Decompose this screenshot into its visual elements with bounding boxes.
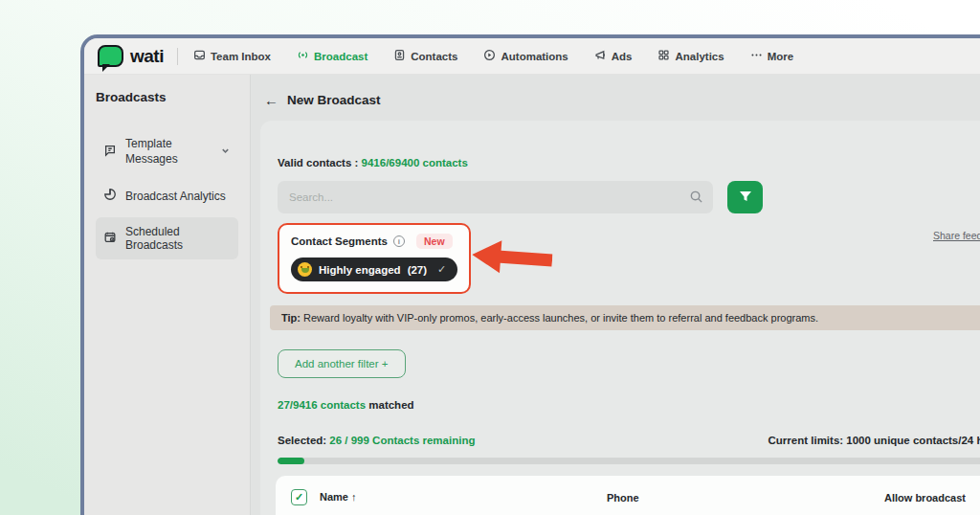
- nav-item-ads[interactable]: Ads: [594, 49, 633, 63]
- funnel-icon: [738, 189, 753, 207]
- check-icon: ✓: [437, 263, 446, 276]
- contact-segments-title: Contact Segments: [291, 235, 388, 247]
- broadcast-setup-card: Valid contacts : 9416/69400 contacts: [260, 121, 980, 515]
- wati-logo[interactable]: wati: [98, 45, 164, 67]
- column-header-phone: Phone: [607, 492, 639, 504]
- ads-icon: [594, 49, 607, 63]
- annotation-arrow-icon: [470, 235, 553, 284]
- search-input[interactable]: [278, 181, 713, 213]
- valid-contacts-line: Valid contacts : 9416/69400 contacts: [278, 121, 980, 168]
- screenshot-canvas: wati Team Inbox Broadcast Contacts: [0, 0, 980, 515]
- contacts-progress-bar: [278, 458, 980, 464]
- page-title: New Broadcast: [287, 93, 381, 107]
- sidebar-title: Broadcasts: [96, 90, 238, 104]
- scheduled-broadcasts-icon: [103, 231, 117, 247]
- sort-asc-icon: ↑: [351, 491, 357, 503]
- chevron-down-icon[interactable]: [220, 146, 231, 159]
- contacts-icon: [393, 49, 406, 63]
- broadcast-icon: [297, 49, 309, 63]
- team-inbox-icon: [193, 49, 206, 63]
- contact-segments-box: Contact Segments i New Highly engaged (2…: [278, 223, 471, 294]
- contacts-table-header: ✓ Name ↑ Phone Allow broadcast: [291, 488, 980, 505]
- contacts-progress-fill: [278, 458, 304, 464]
- select-all-checkbox[interactable]: ✓: [291, 489, 307, 505]
- sidebar: Broadcasts Template Messages Broadcast A…: [84, 75, 251, 515]
- selected-row: Selected: 26 / 999 Contacts remaining Cu…: [278, 435, 980, 446]
- nav-item-team-inbox[interactable]: Team Inbox: [193, 49, 271, 63]
- template-messages-icon: [103, 144, 117, 160]
- tip-bar: Tip: Reward loyalty with VIP-only promos…: [270, 305, 980, 330]
- main-panel: ← New Broadcast Valid contacts : 9416/69…: [251, 75, 980, 515]
- contacts-table: ✓ Name ↑ Phone Allow broadcast: [276, 476, 980, 515]
- search-row: [278, 181, 980, 213]
- more-icon: [750, 49, 763, 63]
- wati-logo-icon: [98, 45, 123, 67]
- valid-contacts-value: 9416/69400 contacts: [362, 157, 468, 168]
- app-window: wati Team Inbox Broadcast Contacts: [80, 34, 980, 515]
- selected-contacts-line: Selected: 26 / 999 Contacts remaining: [278, 435, 475, 446]
- tip-label: Tip:: [281, 312, 301, 324]
- nav-item-contacts[interactable]: Contacts: [393, 49, 457, 63]
- sidebar-item-broadcast-analytics[interactable]: Broadcast Analytics: [96, 180, 238, 212]
- top-navbar: wati Team Inbox Broadcast Contacts: [84, 38, 980, 75]
- matched-contacts-line: 27/9416 contacts matched: [278, 399, 980, 411]
- nav-item-broadcast[interactable]: Broadcast: [297, 49, 368, 63]
- filter-button[interactable]: [727, 181, 763, 213]
- sidebar-item-template-messages[interactable]: Template Messages: [96, 129, 238, 174]
- current-limits-text: Current limits: 1000 unique contacts/24 …: [768, 435, 980, 446]
- column-header-name[interactable]: Name ↑: [320, 491, 357, 503]
- automations-icon: [483, 49, 496, 63]
- nav-item-analytics[interactable]: Analytics: [657, 49, 724, 63]
- nav-items: Team Inbox Broadcast Contacts Automation…: [193, 49, 793, 63]
- sidebar-item-scheduled-broadcasts[interactable]: Scheduled Broadcasts: [96, 217, 238, 259]
- segment-chip-label: Highly engaged: [319, 264, 401, 276]
- page-header: ← New Broadcast: [251, 75, 980, 108]
- new-badge: New: [416, 234, 453, 249]
- nav-item-automations[interactable]: Automations: [483, 49, 568, 63]
- add-another-filter-button[interactable]: Add another filter +: [278, 349, 406, 378]
- tip-text: Reward loyalty with VIP-only promos, ear…: [301, 312, 818, 324]
- analytics-icon: [657, 49, 670, 63]
- segment-chip-count: (27): [408, 264, 427, 276]
- nav-divider: [177, 48, 178, 65]
- share-feedback-link[interactable]: Share feed: [933, 230, 980, 241]
- column-header-allow-broadcast: Allow broadcast: [884, 492, 966, 504]
- nav-item-more[interactable]: More: [750, 49, 793, 63]
- back-arrow-icon[interactable]: ←: [264, 92, 278, 108]
- search-icon: [689, 190, 703, 208]
- wati-logo-text: wati: [130, 46, 164, 67]
- segment-chip-highly-engaged[interactable]: Highly engaged (27) ✓: [291, 258, 457, 281]
- info-icon[interactable]: i: [393, 235, 405, 247]
- star-struck-emoji: [298, 262, 312, 277]
- broadcast-analytics-icon: [103, 188, 117, 204]
